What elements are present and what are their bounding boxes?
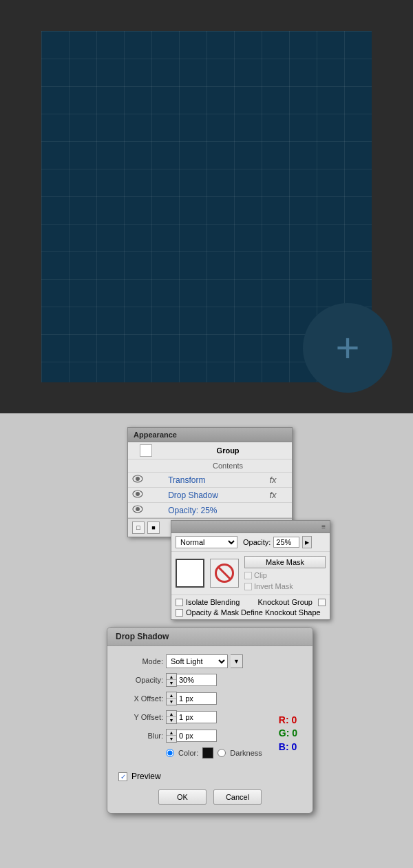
isolate-blending-label: Isolate Blending [186, 598, 240, 606]
eye-icon-dropshadow [132, 490, 143, 498]
svg-point-1 [136, 477, 140, 481]
y-offset-up-arrow[interactable]: ▲ [167, 711, 176, 717]
opacity-dialog-input[interactable] [177, 674, 217, 686]
opacity-mask-checkbox[interactable] [176, 609, 183, 617]
mode-dropdown-btn[interactable]: ▼ [231, 654, 243, 668]
color-swatch[interactable] [202, 747, 213, 758]
opacity-down-arrow[interactable]: ▼ [167, 680, 176, 686]
transparency-panel: ≡ Normal Opacity: ▶ Make Mask Clip [171, 520, 330, 620]
y-offset-stepper: ▲ ▼ [166, 710, 217, 724]
svg-point-3 [136, 492, 140, 496]
lower-area: Appearance Group Contents T [0, 413, 413, 868]
dialog-content: Mode: Soft Light ▼ Opacity: ▲ ▼ [107, 646, 313, 772]
preview-row: ✓ Preview [107, 772, 313, 785]
x-offset-input[interactable] [177, 692, 217, 705]
mode-select-dialog[interactable]: Soft Light [166, 654, 228, 668]
opacity-row: Opacity: 25% [128, 503, 292, 518]
svg-point-5 [136, 507, 140, 511]
transparency-options: Isolate Blending Knockout Group Opacity … [171, 595, 330, 619]
opacity-input[interactable] [273, 537, 299, 548]
transform-fx-icon: fx [270, 475, 277, 485]
group-row: Group [128, 442, 292, 459]
drop-shadow-dialog: Drop Shadow Mode: Soft Light ▼ Opacity: … [107, 627, 313, 814]
cancel-button[interactable]: Cancel [213, 789, 262, 805]
invert-mask-label: Invert Mask [254, 582, 293, 590]
transparency-masks-row: Make Mask Clip Invert Mask [171, 552, 330, 595]
blend-mode-select[interactable]: Normal [176, 536, 237, 548]
clip-row: Clip [244, 571, 267, 579]
blur-down-arrow[interactable]: ▼ [167, 736, 176, 742]
y-offset-down-arrow[interactable]: ▼ [167, 717, 176, 723]
appearance-new-stroke-btn[interactable]: □ [132, 521, 145, 534]
dialog-footer: OK Cancel [107, 785, 313, 805]
mask-buttons-col: Make Mask Clip Invert Mask [244, 556, 326, 590]
clip-label: Clip [254, 571, 267, 579]
invert-mask-row: Invert Mask [244, 582, 293, 590]
x-offset-up-arrow[interactable]: ▲ [167, 692, 176, 699]
blur-stepper-arrows: ▲ ▼ [166, 729, 177, 743]
x-offset-label: X Offset: [118, 694, 163, 703]
knockout-group-checkbox[interactable] [318, 599, 326, 606]
opacity-stepper-arrows: ▲ ▼ [166, 673, 177, 687]
canvas-area: + [0, 0, 413, 413]
blur-stepper: ▲ ▼ [166, 729, 217, 743]
y-offset-row: Y Offset: ▲ ▼ R: 0 G: 0 B: 0 [118, 710, 301, 724]
appearance-table: Group Contents Transform fx [128, 442, 292, 518]
opacity-mask-row: Opacity & Mask Define Knockout Shape [176, 608, 326, 617]
drop-shadow-link[interactable]: Drop Shadow [168, 490, 218, 500]
eye-icon-transform [132, 475, 143, 483]
opacity-up-arrow[interactable]: ▲ [167, 674, 176, 680]
isolate-blending-checkbox[interactable] [176, 599, 183, 606]
color-radio[interactable] [166, 749, 174, 757]
mode-label: Mode: [118, 657, 163, 665]
preview-checkbox[interactable]: ✓ [118, 772, 127, 781]
blur-up-arrow[interactable]: ▲ [167, 730, 176, 736]
transform-row: Transform fx [128, 473, 292, 488]
transparency-title-bar: ≡ [171, 521, 330, 533]
mask-thumbnail-white [176, 559, 204, 588]
color-radio-row: Color: Darkness [166, 747, 262, 758]
group-thumbnail [140, 444, 152, 457]
r-value: R: 0 [279, 714, 297, 727]
b-value: B: 0 [279, 741, 297, 754]
opacity-mask-label: Opacity & Mask Define Knockout Shape [186, 608, 321, 617]
x-offset-stepper: ▲ ▼ [166, 692, 217, 705]
opacity-dialog-row: Opacity: ▲ ▼ [118, 673, 301, 687]
preview-checkmark: ✓ [120, 773, 126, 781]
opacity-arrow-btn[interactable]: ▶ [302, 536, 312, 548]
dialog-title: Drop Shadow [116, 632, 169, 641]
ok-button[interactable]: OK [158, 789, 206, 805]
x-offset-down-arrow[interactable]: ▼ [167, 699, 176, 705]
clip-checkbox [244, 572, 252, 579]
opacity-stepper: ▲ ▼ [166, 673, 217, 687]
y-offset-input[interactable] [177, 711, 217, 723]
transparency-top-row: Normal Opacity: ▶ [171, 533, 330, 552]
no-entry-icon [215, 564, 234, 583]
g-value: G: 0 [279, 727, 297, 741]
opacity-dialog-label: Opacity: [118, 676, 163, 684]
eye-icon-opacity [132, 505, 143, 513]
darkness-radio[interactable] [218, 749, 226, 757]
preview-label: Preview [131, 772, 161, 781]
isolate-blending-row: Isolate Blending Knockout Group [176, 598, 326, 606]
darkness-label: Darkness [230, 749, 262, 757]
color-row: Color: Darkness [118, 747, 301, 758]
blur-label: Blur: [118, 732, 163, 740]
panel-menu-icon[interactable]: ≡ [321, 523, 326, 530]
opacity-label: Opacity: [243, 538, 271, 546]
y-offset-label: Y Offset: [118, 713, 163, 721]
make-mask-button[interactable]: Make Mask [244, 556, 326, 568]
blur-input[interactable] [177, 730, 217, 742]
appearance-title: Appearance [134, 431, 177, 439]
add-button[interactable]: + [303, 303, 392, 393]
color-label-text: Color: [178, 749, 198, 757]
knockout-group-label: Knockout Group [258, 598, 313, 606]
contents-row: Contents [128, 459, 292, 473]
plus-icon: + [335, 327, 359, 369]
opacity-link[interactable]: Opacity: 25% [168, 506, 217, 515]
appearance-new-fill-btn[interactable]: ■ [147, 521, 160, 534]
dialog-title-bar: Drop Shadow [107, 628, 313, 646]
blur-row: Blur: ▲ ▼ [118, 729, 301, 743]
transform-link[interactable]: Transform [168, 475, 205, 485]
drop-shadow-fx-icon: fx [270, 490, 277, 500]
